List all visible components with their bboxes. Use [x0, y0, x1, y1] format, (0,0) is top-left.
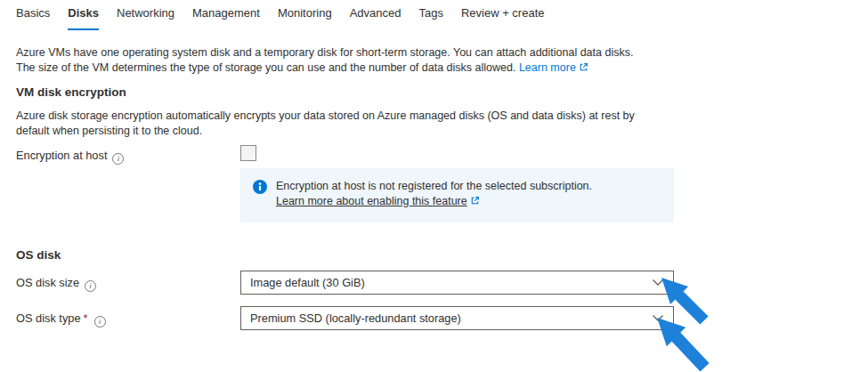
external-link-icon — [579, 61, 588, 77]
tab-basics[interactable]: Basics — [16, 6, 50, 30]
tab-management[interactable]: Management — [192, 6, 260, 30]
os-disk-heading: OS disk — [16, 248, 61, 262]
banner-learn-more-link[interactable]: Learn more about enabling this feature — [276, 195, 467, 207]
vm-disk-encryption-description: Azure disk storage encryption automatica… — [16, 109, 635, 139]
tab-advanced[interactable]: Advanced — [350, 6, 402, 30]
learn-more-link[interactable]: Learn more — [519, 61, 576, 74]
intro-line-1: Azure VMs have one operating system disk… — [16, 45, 633, 61]
encryption-desc-line-2: default when persisting it to the cloud. — [16, 124, 635, 139]
os-disk-type-dropdown[interactable]: Premium SSD (locally-redundant storage) — [240, 306, 674, 330]
encryption-info-banner: Encryption at host is not registered for… — [240, 168, 674, 222]
info-filled-icon — [253, 180, 267, 198]
info-tooltip-icon[interactable] — [85, 280, 96, 292]
info-tooltip-icon[interactable] — [94, 316, 106, 328]
tab-disks[interactable]: Disks — [68, 6, 99, 30]
tab-networking[interactable]: Networking — [117, 6, 174, 30]
os-disk-size-label: OS disk size — [16, 276, 96, 292]
encryption-at-host-checkbox[interactable] — [240, 145, 256, 161]
tab-monitoring[interactable]: Monitoring — [278, 6, 332, 30]
chevron-down-icon — [652, 314, 664, 322]
os-disk-type-label: OS disk type* — [16, 311, 106, 328]
info-tooltip-icon[interactable] — [112, 153, 124, 165]
intro-line-2: The size of the VM determines the type o… — [16, 61, 633, 77]
external-link-icon — [470, 195, 480, 210]
encryption-at-host-label: Encryption at host — [16, 149, 124, 165]
os-disk-size-dropdown[interactable]: Image default (30 GiB) — [240, 271, 674, 295]
os-disk-type-value: Premium SSD (locally-redundant storage) — [250, 311, 645, 325]
banner-message: Encryption at host is not registered for… — [276, 179, 663, 194]
tab-tags[interactable]: Tags — [418, 6, 442, 30]
tab-review-create[interactable]: Review + create — [461, 6, 545, 30]
create-vm-disks-page: Basics Disks Networking Management Monit… — [0, 0, 868, 372]
os-disk-size-value: Image default (30 GiB) — [250, 276, 645, 289]
disks-intro-text: Azure VMs have one operating system disk… — [16, 45, 633, 77]
encryption-desc-line-1: Azure disk storage encryption automatica… — [16, 109, 635, 124]
required-marker: * — [84, 311, 88, 325]
wizard-tab-bar: Basics Disks Networking Management Monit… — [16, 6, 545, 30]
vm-disk-encryption-heading: VM disk encryption — [16, 85, 126, 99]
chevron-down-icon — [652, 279, 664, 287]
